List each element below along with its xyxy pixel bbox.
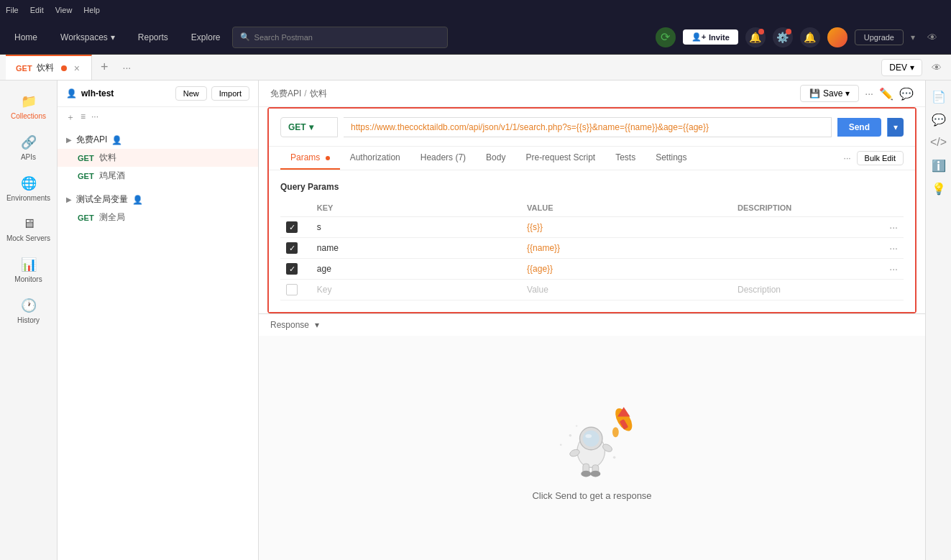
sidebar-item-collections[interactable]: 📁 Collections xyxy=(0,86,57,127)
tree-group-header-1[interactable]: ▶ 测试全局变量 👤 xyxy=(58,191,258,208)
settings-icon[interactable]: ⚙️ xyxy=(773,27,793,47)
req-tab-3[interactable]: Body xyxy=(476,147,515,170)
tree-group-0: ▶ 免费API 👤 GET 饮料 GET 鸡尾酒 xyxy=(58,128,258,188)
params-more-icon[interactable]: ··· xyxy=(844,153,851,163)
param-check-2[interactable] xyxy=(286,263,298,275)
req-tab-6[interactable]: Settings xyxy=(646,147,697,170)
param-key-3[interactable]: Key xyxy=(317,285,332,295)
tree-item-0-0[interactable]: GET 饮料 xyxy=(58,149,258,167)
method-select[interactable]: GET ▾ xyxy=(280,117,338,137)
user-info: 👤 wlh-test xyxy=(66,88,114,98)
import-button[interactable]: Import xyxy=(211,86,249,101)
astronaut-illustration xyxy=(542,395,643,482)
invite-button[interactable]: 👤+ Invite xyxy=(683,29,738,45)
nav-home[interactable]: Home xyxy=(9,29,43,45)
save-button[interactable]: 💾 Save ▾ xyxy=(800,85,859,102)
tab-close-0[interactable]: × xyxy=(74,63,80,74)
notification-bell-icon[interactable]: 🔔 xyxy=(800,27,820,47)
info-icon: ℹ️ xyxy=(932,159,946,173)
req-tab-0[interactable]: Params xyxy=(280,147,340,170)
param-more-3[interactable] xyxy=(883,280,904,300)
param-key-1[interactable]: name xyxy=(317,243,339,253)
more-options-icon[interactable]: ··· xyxy=(91,111,98,124)
nav-workspaces[interactable]: Workspaces ▾ xyxy=(55,29,121,45)
right-icon-code[interactable]: </> xyxy=(929,132,949,152)
req-tab-1[interactable]: Authorization xyxy=(340,147,410,170)
tab-eye-icon[interactable]: 👁 xyxy=(928,59,945,76)
param-more-0[interactable]: ··· xyxy=(883,217,904,238)
tree-item-1-0[interactable]: GET 测全局 xyxy=(58,208,258,226)
param-more-2[interactable]: ··· xyxy=(883,259,904,280)
bell-icon[interactable]: 🔔 xyxy=(745,27,766,47)
param-check-0[interactable] xyxy=(286,221,298,233)
breadcrumb-part-0[interactable]: 免费API xyxy=(270,88,301,100)
right-icon-bulb[interactable]: 💡 xyxy=(929,178,949,198)
req-tab-5[interactable]: Tests xyxy=(605,147,646,170)
right-icon-comment[interactable]: 💬 xyxy=(929,109,949,129)
sidebar-monitors-label: Monitors xyxy=(14,275,42,283)
bulb-icon: 💡 xyxy=(932,182,946,196)
upgrade-button[interactable]: Upgrade xyxy=(855,29,904,45)
avatar[interactable] xyxy=(827,27,847,47)
method-label: GET xyxy=(288,122,306,132)
tree-group-header-0[interactable]: ▶ 免费API 👤 xyxy=(58,131,258,149)
env-label: DEV xyxy=(889,63,907,73)
breadcrumb-part-1[interactable]: 饮料 xyxy=(310,88,327,100)
empty-state-text: Click Send to get a response xyxy=(532,490,651,501)
send-button[interactable]: Send xyxy=(837,118,881,137)
sidebar-item-apis[interactable]: 🔗 APIs xyxy=(0,127,57,168)
param-key-2[interactable]: age xyxy=(317,264,331,274)
menu-help[interactable]: Help xyxy=(83,6,100,14)
tree-group-user-icon-0: 👤 xyxy=(111,135,122,145)
list-icon[interactable]: ≡ xyxy=(81,111,86,124)
tab-add-button[interactable]: + xyxy=(92,60,117,75)
param-check-1[interactable] xyxy=(286,242,298,254)
nav-explore[interactable]: Explore xyxy=(185,29,226,45)
tab-more-button[interactable]: ··· xyxy=(117,62,137,73)
search-bar[interactable]: 🔍 Search Postman xyxy=(232,27,448,48)
param-val-2[interactable]: {{age}} xyxy=(527,264,553,274)
param-key-0[interactable]: s xyxy=(317,222,321,232)
param-val-0[interactable]: {{s}} xyxy=(527,222,543,232)
chevron-down-icon[interactable]: ▾ xyxy=(911,32,915,42)
new-button[interactable]: New xyxy=(175,86,207,101)
bulk-edit-button[interactable]: Bulk Edit xyxy=(857,151,904,165)
right-icon-doc[interactable]: 📄 xyxy=(929,86,949,106)
send-dropdown[interactable]: ▾ xyxy=(887,118,904,137)
tree-group-user-icon-1: 👤 xyxy=(132,195,143,205)
add-collection-icon[interactable]: ＋ xyxy=(66,111,75,124)
menu-file[interactable]: File xyxy=(6,6,19,14)
save-toolbar: 💾 Save ▾ ··· ✏️ 💬 xyxy=(800,85,914,102)
sidebar-item-mock-servers[interactable]: 🖥 Mock Servers xyxy=(0,209,57,249)
req-tab-2[interactable]: Headers (7) xyxy=(410,147,476,170)
param-desc-3[interactable]: Description xyxy=(738,285,781,295)
sidebar-apis-label: APIs xyxy=(21,153,36,161)
tree-item-0-1[interactable]: GET 鸡尾酒 xyxy=(58,167,258,185)
comment-icon[interactable]: 💬 xyxy=(899,87,914,101)
pencil-icon[interactable]: ✏️ xyxy=(879,87,893,101)
nav-reports[interactable]: Reports xyxy=(132,29,174,45)
tab-bar: GET 饮料 × + ··· DEV ▾ 👁 xyxy=(0,55,951,81)
env-selector[interactable]: DEV ▾ xyxy=(881,59,922,76)
param-more-1[interactable]: ··· xyxy=(883,238,904,259)
sidebar-item-environments[interactable]: 🌐 Environments xyxy=(0,168,57,209)
sync-icon[interactable]: ⟳ xyxy=(656,27,676,47)
response-header[interactable]: Response ▾ xyxy=(259,314,925,336)
eye-icon[interactable]: 👁 xyxy=(922,27,942,47)
tree: ▶ 免费API 👤 GET 饮料 GET 鸡尾酒 ▶ 测试全局变量 xyxy=(58,128,258,560)
tab-0[interactable]: GET 饮料 × xyxy=(6,55,92,81)
param-val-3[interactable]: Value xyxy=(527,285,548,295)
req-tab-4[interactable]: Pre-request Script xyxy=(515,147,605,170)
menu-edit[interactable]: Edit xyxy=(30,6,44,14)
tab-right: DEV ▾ 👁 xyxy=(881,59,945,76)
menu-view[interactable]: View xyxy=(55,6,73,14)
more-options-button[interactable]: ··· xyxy=(865,88,873,99)
param-check-3[interactable] xyxy=(286,284,298,295)
sidebar-item-monitors[interactable]: 📊 Monitors xyxy=(0,249,57,290)
params-area: Query Params KEY VALUE DESCRIPTION xyxy=(269,170,915,312)
response-chevron-icon: ▾ xyxy=(315,320,319,330)
url-input[interactable] xyxy=(344,117,832,137)
right-icon-info[interactable]: ℹ️ xyxy=(929,155,949,175)
param-val-1[interactable]: {{name}} xyxy=(527,243,560,253)
sidebar-item-history[interactable]: 🕐 History xyxy=(0,290,57,331)
